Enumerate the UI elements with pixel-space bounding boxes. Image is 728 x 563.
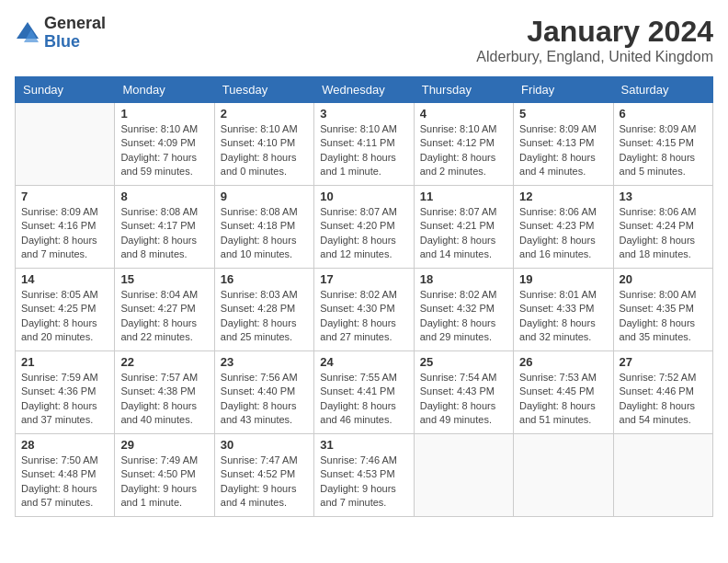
calendar-week-row: 28 Sunrise: 7:50 AM Sunset: 4:48 PM Dayl… — [16, 434, 713, 517]
day-info: Sunrise: 8:03 AM Sunset: 4:28 PM Dayligh… — [221, 288, 308, 345]
day-number: 7 — [21, 190, 108, 203]
calendar-day-cell: 21 Sunrise: 7:59 AM Sunset: 4:36 PM Dayl… — [16, 351, 115, 434]
daylight-text: Daylight: 7 hours and 59 minutes. — [120, 151, 208, 179]
daylight-text: Daylight: 8 hours and 8 minutes. — [120, 234, 208, 262]
logo-icon — [15, 20, 40, 46]
sunrise-text: Sunrise: 8:06 AM — [519, 205, 607, 219]
calendar-table: SundayMondayTuesdayWednesdayThursdayFrid… — [15, 76, 713, 517]
day-info: Sunrise: 8:10 AM Sunset: 4:11 PM Dayligh… — [320, 122, 407, 179]
day-of-week-header: Monday — [115, 77, 214, 103]
daylight-text: Daylight: 8 hours and 25 minutes. — [221, 316, 308, 345]
sunrise-text: Sunrise: 8:09 AM — [21, 205, 108, 219]
calendar-day-cell: 8 Sunrise: 8:08 AM Sunset: 4:17 PM Dayli… — [115, 186, 214, 269]
daylight-text: Daylight: 9 hours and 7 minutes. — [320, 482, 407, 511]
calendar-day-cell — [414, 434, 513, 517]
calendar-day-cell: 23 Sunrise: 7:56 AM Sunset: 4:40 PM Dayl… — [214, 351, 313, 434]
sunset-text: Sunset: 4:43 PM — [420, 385, 507, 398]
calendar-day-cell: 7 Sunrise: 8:09 AM Sunset: 4:16 PM Dayli… — [16, 186, 115, 269]
day-of-week-header: Saturday — [613, 77, 712, 103]
day-info: Sunrise: 8:09 AM Sunset: 4:16 PM Dayligh… — [21, 205, 108, 262]
calendar-day-cell: 24 Sunrise: 7:55 AM Sunset: 4:41 PM Dayl… — [314, 351, 414, 434]
day-info: Sunrise: 7:55 AM Sunset: 4:41 PM Dayligh… — [320, 371, 407, 428]
calendar-day-cell: 10 Sunrise: 8:07 AM Sunset: 4:20 PM Dayl… — [314, 186, 414, 269]
sunset-text: Sunset: 4:25 PM — [21, 302, 108, 316]
day-info: Sunrise: 8:10 AM Sunset: 4:10 PM Dayligh… — [221, 122, 308, 179]
month-year-title: January 2024 — [476, 15, 713, 49]
sunset-text: Sunset: 4:46 PM — [620, 385, 707, 398]
sunrise-text: Sunrise: 8:10 AM — [120, 122, 208, 136]
calendar-day-cell: 9 Sunrise: 8:08 AM Sunset: 4:18 PM Dayli… — [214, 186, 313, 269]
day-number: 31 — [320, 438, 407, 452]
logo: General Blue — [15, 15, 106, 52]
calendar-day-cell: 25 Sunrise: 7:54 AM Sunset: 4:43 PM Dayl… — [414, 351, 513, 434]
day-info: Sunrise: 8:06 AM Sunset: 4:23 PM Dayligh… — [519, 205, 607, 262]
calendar-day-cell: 4 Sunrise: 8:10 AM Sunset: 4:12 PM Dayli… — [414, 103, 513, 186]
day-number: 22 — [120, 355, 208, 369]
day-number: 12 — [519, 190, 607, 203]
daylight-text: Daylight: 9 hours and 1 minute. — [120, 482, 208, 511]
location-subtitle: Alderbury, England, United Kingdom — [476, 49, 713, 65]
calendar-day-cell: 2 Sunrise: 8:10 AM Sunset: 4:10 PM Dayli… — [214, 103, 313, 186]
day-info: Sunrise: 8:04 AM Sunset: 4:27 PM Dayligh… — [120, 288, 208, 345]
daylight-text: Daylight: 8 hours and 5 minutes. — [620, 151, 707, 179]
day-number: 28 — [21, 438, 108, 452]
daylight-text: Daylight: 8 hours and 49 minutes. — [420, 399, 507, 428]
sunset-text: Sunset: 4:21 PM — [420, 219, 507, 233]
day-number: 11 — [420, 190, 507, 203]
sunrise-text: Sunrise: 8:09 AM — [519, 122, 607, 136]
sunrise-text: Sunrise: 8:10 AM — [320, 122, 407, 136]
logo-text: General Blue — [44, 15, 106, 52]
day-info: Sunrise: 8:10 AM Sunset: 4:12 PM Dayligh… — [420, 122, 507, 179]
day-number: 8 — [120, 190, 208, 203]
day-of-week-header: Friday — [514, 77, 613, 103]
sunset-text: Sunset: 4:24 PM — [620, 219, 707, 233]
calendar-day-cell: 31 Sunrise: 7:46 AM Sunset: 4:53 PM Dayl… — [314, 434, 414, 517]
sunset-text: Sunset: 4:45 PM — [519, 385, 607, 398]
sunrise-text: Sunrise: 7:57 AM — [120, 371, 208, 385]
day-number: 1 — [120, 107, 208, 121]
daylight-text: Daylight: 8 hours and 18 minutes. — [620, 234, 707, 262]
sunrise-text: Sunrise: 7:47 AM — [221, 454, 308, 467]
day-info: Sunrise: 7:47 AM Sunset: 4:52 PM Dayligh… — [221, 454, 308, 511]
calendar-day-cell — [613, 434, 712, 517]
sunrise-text: Sunrise: 8:00 AM — [620, 288, 707, 302]
sunrise-text: Sunrise: 7:50 AM — [21, 454, 108, 467]
calendar-header-row: SundayMondayTuesdayWednesdayThursdayFrid… — [16, 77, 713, 103]
day-info: Sunrise: 7:46 AM Sunset: 4:53 PM Dayligh… — [320, 454, 407, 511]
daylight-text: Daylight: 9 hours and 4 minutes. — [221, 482, 308, 511]
calendar-week-row: 21 Sunrise: 7:59 AM Sunset: 4:36 PM Dayl… — [16, 351, 713, 434]
daylight-text: Daylight: 8 hours and 35 minutes. — [620, 316, 707, 345]
day-info: Sunrise: 7:52 AM Sunset: 4:46 PM Dayligh… — [620, 371, 707, 428]
daylight-text: Daylight: 8 hours and 20 minutes. — [21, 316, 108, 345]
calendar-day-cell: 5 Sunrise: 8:09 AM Sunset: 4:13 PM Dayli… — [514, 103, 613, 186]
sunrise-text: Sunrise: 7:55 AM — [320, 371, 407, 385]
day-info: Sunrise: 7:57 AM Sunset: 4:38 PM Dayligh… — [120, 371, 208, 428]
day-number: 14 — [21, 272, 108, 286]
day-number: 24 — [320, 355, 407, 369]
day-info: Sunrise: 8:06 AM Sunset: 4:24 PM Dayligh… — [620, 205, 707, 262]
day-number: 6 — [620, 107, 707, 121]
day-number: 23 — [221, 355, 308, 369]
day-number: 5 — [519, 107, 607, 121]
daylight-text: Daylight: 8 hours and 1 minute. — [320, 151, 407, 179]
day-number: 9 — [221, 190, 308, 203]
day-number: 17 — [320, 272, 407, 286]
sunrise-text: Sunrise: 8:07 AM — [420, 205, 507, 219]
day-info: Sunrise: 7:53 AM Sunset: 4:45 PM Dayligh… — [519, 371, 607, 428]
logo-general-text: General — [44, 15, 106, 33]
sunset-text: Sunset: 4:40 PM — [221, 385, 308, 398]
day-info: Sunrise: 7:54 AM Sunset: 4:43 PM Dayligh… — [420, 371, 507, 428]
calendar-week-row: 7 Sunrise: 8:09 AM Sunset: 4:16 PM Dayli… — [16, 186, 713, 269]
daylight-text: Daylight: 8 hours and 46 minutes. — [320, 399, 407, 428]
sunrise-text: Sunrise: 8:09 AM — [620, 122, 707, 136]
calendar-day-cell: 18 Sunrise: 8:02 AM Sunset: 4:32 PM Dayl… — [414, 269, 513, 351]
sunset-text: Sunset: 4:17 PM — [120, 219, 208, 233]
sunrise-text: Sunrise: 7:54 AM — [420, 371, 507, 385]
day-number: 21 — [21, 355, 108, 369]
day-info: Sunrise: 8:07 AM Sunset: 4:21 PM Dayligh… — [420, 205, 507, 262]
calendar-day-cell: 29 Sunrise: 7:49 AM Sunset: 4:50 PM Dayl… — [115, 434, 214, 517]
day-of-week-header: Wednesday — [314, 77, 414, 103]
day-info: Sunrise: 8:00 AM Sunset: 4:35 PM Dayligh… — [620, 288, 707, 345]
calendar-day-cell: 1 Sunrise: 8:10 AM Sunset: 4:09 PM Dayli… — [115, 103, 214, 186]
daylight-text: Daylight: 8 hours and 54 minutes. — [620, 399, 707, 428]
